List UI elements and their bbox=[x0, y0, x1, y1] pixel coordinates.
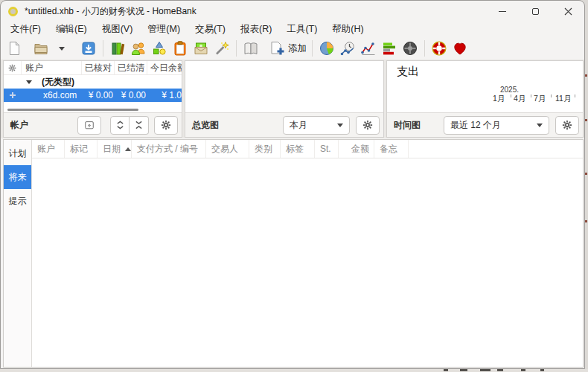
timechart-title: 支出 bbox=[397, 65, 419, 79]
txcol-tags[interactable]: 标签 bbox=[281, 140, 315, 158]
minimize-button[interactable] bbox=[486, 1, 519, 22]
expand-all-icon bbox=[116, 120, 124, 130]
life-ring-icon bbox=[431, 40, 447, 57]
col-cleared[interactable]: 已结清 bbox=[115, 61, 147, 74]
desktop-edge-right bbox=[585, 0, 588, 372]
txcol-payee[interactable]: 交易人 bbox=[206, 140, 249, 158]
gear-icon bbox=[562, 120, 572, 130]
timechart-panel: 支出 2025. 1月 4月 7月 11月 时间图 最近 12 个月 bbox=[386, 60, 584, 138]
transactions-list-empty[interactable] bbox=[32, 158, 583, 367]
collapse-triangle-icon[interactable] bbox=[26, 80, 32, 84]
menu-manage[interactable]: 管理(M) bbox=[140, 22, 188, 37]
account-group-label: (无类型) bbox=[42, 76, 74, 89]
toolbar: 添加 bbox=[1, 37, 584, 60]
account-cleared-amount: ¥ 0.00 bbox=[113, 90, 146, 100]
collapse-all-icon bbox=[135, 120, 143, 130]
txcol-account[interactable]: 账户 bbox=[32, 140, 65, 158]
open-ledger-icon bbox=[243, 40, 259, 57]
add-transaction-button[interactable]: 添加 bbox=[267, 38, 308, 59]
axis-tick bbox=[531, 94, 531, 97]
timechart-settings-button[interactable] bbox=[555, 116, 579, 135]
overview-settings-button[interactable] bbox=[356, 116, 380, 135]
budget-report-button[interactable] bbox=[379, 38, 400, 59]
overview-range-value: 本月 bbox=[290, 119, 307, 132]
menu-edit[interactable]: 编辑(E) bbox=[48, 22, 95, 37]
txcol-category[interactable]: 类别 bbox=[249, 140, 281, 158]
expand-all-button[interactable] bbox=[110, 116, 130, 135]
close-button[interactable] bbox=[552, 1, 584, 22]
axis-month-label: 7月 bbox=[534, 94, 546, 104]
axis-tick bbox=[575, 94, 575, 97]
save-file-button[interactable] bbox=[78, 38, 99, 59]
axis-year-label: 2025. bbox=[500, 86, 519, 94]
show-account-button[interactable] bbox=[240, 38, 261, 59]
col-account[interactable]: 账户 bbox=[22, 61, 82, 74]
gear-icon bbox=[161, 120, 171, 130]
txcol-amount[interactable]: 金额 bbox=[339, 140, 374, 158]
donate-button[interactable] bbox=[450, 38, 470, 59]
minimize-icon bbox=[499, 11, 506, 12]
new-file-button[interactable] bbox=[4, 38, 25, 59]
txcol-status[interactable]: St. bbox=[315, 140, 339, 158]
overview-range-select[interactable]: 本月 bbox=[283, 116, 350, 135]
balance-report-button[interactable] bbox=[358, 38, 379, 59]
txcol-flag[interactable]: 标记 bbox=[65, 140, 98, 158]
trend-chart-icon bbox=[360, 40, 377, 57]
col-today[interactable]: 今日余额 bbox=[147, 61, 182, 74]
manage-budget-button[interactable] bbox=[191, 38, 211, 59]
timechart-range-select[interactable]: 最近 12 个月 bbox=[444, 116, 549, 135]
add-transaction-label: 添加 bbox=[288, 42, 307, 55]
account-name: x6d.com bbox=[43, 90, 80, 100]
tab-remind[interactable]: 提示 bbox=[4, 189, 31, 213]
txcol-spacer bbox=[409, 140, 583, 158]
menu-help[interactable]: 帮助(H) bbox=[325, 22, 371, 37]
axis-month-label: 4月 bbox=[514, 94, 525, 104]
chevron-down-icon bbox=[59, 47, 65, 51]
maximize-button[interactable] bbox=[519, 1, 552, 22]
menu-reports[interactable]: 报表(R) bbox=[233, 22, 279, 37]
help-button[interactable] bbox=[429, 38, 450, 59]
accounts-settings-button[interactable] bbox=[154, 116, 178, 135]
collapse-all-button[interactable] bbox=[130, 116, 149, 135]
vehicle-cost-button[interactable] bbox=[400, 38, 421, 59]
txcol-date[interactable]: 日期 bbox=[98, 140, 132, 158]
account-group-row[interactable]: (无类型) bbox=[4, 75, 182, 89]
horizontal-scrollbar[interactable] bbox=[7, 109, 138, 111]
manage-categories-button[interactable] bbox=[149, 38, 170, 59]
columns-settings-icon[interactable] bbox=[4, 61, 22, 74]
accounts-books-icon bbox=[109, 40, 126, 57]
scheduled-transactions-button[interactable] bbox=[170, 38, 191, 59]
axis-month-label: 11月 bbox=[555, 94, 571, 104]
titlebar: *untitled.xhb - 小刀的财务状况 - HomeBank bbox=[1, 1, 584, 22]
txcol-payment[interactable]: 支付方式 / 编号 bbox=[132, 140, 206, 158]
manage-assignments-button[interactable] bbox=[211, 38, 232, 59]
accounts-column-header[interactable]: 账户 已核对 已结清 今日余额 bbox=[4, 61, 182, 75]
open-recent-dropdown[interactable] bbox=[51, 38, 72, 59]
statistics-report-button[interactable] bbox=[316, 38, 337, 59]
tab-scheduled[interactable]: 计划 bbox=[4, 141, 31, 165]
menu-tools[interactable]: 工具(T) bbox=[279, 22, 325, 37]
col-reconciled[interactable]: 已核对 bbox=[82, 61, 115, 74]
open-account-button[interactable] bbox=[77, 116, 101, 135]
transactions-column-header: 账户 标记 日期 支付方式 / 编号 交易人 类别 标签 St. 金额 备忘 bbox=[32, 140, 583, 158]
axis-month-label: 1月 bbox=[493, 94, 505, 104]
desktop: *untitled.xhb - 小刀的财务状况 - HomeBank 文件(F)… bbox=[0, 0, 588, 372]
chevron-down-icon bbox=[337, 124, 343, 127]
manage-payees-button[interactable] bbox=[128, 38, 149, 59]
lower-block: 计划 将来 提示 账户 标记 日期 支付方式 / 编号 交易人 类别 标签 St… bbox=[3, 139, 584, 368]
open-file-button[interactable] bbox=[31, 38, 51, 59]
trendtime-report-button[interactable] bbox=[337, 38, 358, 59]
manage-accounts-button[interactable] bbox=[107, 38, 128, 59]
tab-future[interactable]: 将来 bbox=[4, 165, 31, 189]
scheduled-clipboard-icon bbox=[172, 40, 188, 57]
menu-file[interactable]: 文件(F) bbox=[3, 22, 48, 37]
txcol-memo[interactable]: 备忘 bbox=[374, 140, 409, 158]
overview-footer-label: 总览图 bbox=[192, 119, 219, 132]
open-folder-icon bbox=[33, 40, 49, 57]
menu-transaction[interactable]: 交易(T) bbox=[188, 22, 233, 37]
menu-view[interactable]: 视图(V) bbox=[95, 22, 141, 37]
homebank-window: *untitled.xhb - 小刀的财务状况 - HomeBank 文件(F)… bbox=[0, 0, 585, 369]
account-reconciled-amount: ¥ 0.00 bbox=[80, 90, 113, 100]
account-row[interactable]: x6d.com ¥ 0.00 ¥ 0.00 ¥ 1.0 bbox=[4, 89, 182, 102]
homebank-app-icon bbox=[8, 7, 18, 16]
